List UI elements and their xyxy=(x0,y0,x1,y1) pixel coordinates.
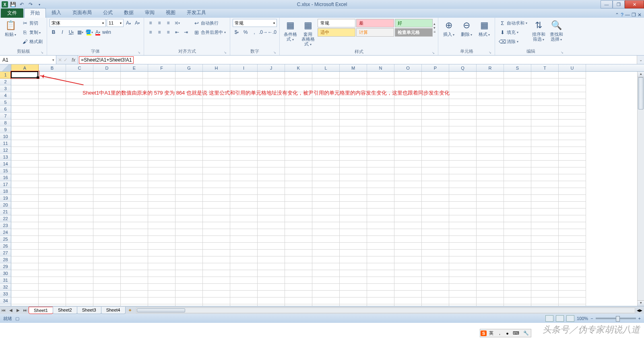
cell-S26[interactable] xyxy=(504,243,531,250)
row-header-34[interactable]: 34 xyxy=(0,297,11,304)
cell-B29[interactable] xyxy=(39,263,66,270)
cell-F28[interactable] xyxy=(148,256,175,263)
sheet-nav-next[interactable]: ▶ xyxy=(14,308,22,312)
cell-B24[interactable] xyxy=(39,229,66,236)
cell-A32[interactable] xyxy=(11,284,39,291)
cell-I11[interactable] xyxy=(230,140,258,147)
cell-K29[interactable] xyxy=(285,263,312,270)
increase-indent-button[interactable]: ⇥ xyxy=(182,28,190,36)
cell-D24[interactable] xyxy=(93,229,121,236)
row-header-1[interactable]: 1 xyxy=(0,72,11,78)
cell-I22[interactable] xyxy=(230,215,258,222)
cell-H16[interactable] xyxy=(203,174,230,181)
cell-I21[interactable] xyxy=(230,209,258,215)
decrease-indent-button[interactable]: ⇤ xyxy=(173,28,181,36)
align-middle-button[interactable]: ≡ xyxy=(155,19,163,27)
cell-H10[interactable] xyxy=(203,133,230,140)
cell-N15[interactable] xyxy=(367,167,394,174)
cell-B31[interactable] xyxy=(39,277,66,284)
decrease-font-button[interactable]: A▾ xyxy=(133,19,141,27)
cell-R17[interactable] xyxy=(477,181,504,188)
italic-button[interactable]: I xyxy=(58,28,66,36)
cell-U6[interactable] xyxy=(559,106,586,113)
cell-O29[interactable] xyxy=(394,263,422,270)
cell-Q22[interactable] xyxy=(449,215,477,222)
cell-E2[interactable] xyxy=(121,78,148,85)
cell-J26[interactable] xyxy=(258,243,285,250)
cell-A15[interactable] xyxy=(11,167,39,174)
cell-O7[interactable] xyxy=(394,113,422,120)
cell-B13[interactable] xyxy=(39,154,66,161)
cell-J15[interactable] xyxy=(258,167,285,174)
cell-R13[interactable] xyxy=(477,154,504,161)
cell-A29[interactable] xyxy=(11,263,39,270)
cell-D13[interactable] xyxy=(93,154,121,161)
cell-E28[interactable] xyxy=(121,256,148,263)
cell-U21[interactable] xyxy=(559,209,586,215)
cell-T22[interactable] xyxy=(531,215,559,222)
cell-B18[interactable] xyxy=(39,188,66,195)
cell-U29[interactable] xyxy=(559,263,586,270)
cell-N31[interactable] xyxy=(367,277,394,284)
cell-H28[interactable] xyxy=(203,256,230,263)
row-header-33[interactable]: 33 xyxy=(0,291,11,297)
cell-K18[interactable] xyxy=(285,188,312,195)
cell-G19[interactable] xyxy=(175,195,203,202)
cell-S7[interactable] xyxy=(504,113,531,120)
cell-K14[interactable] xyxy=(285,161,312,167)
row-header-8[interactable]: 8 xyxy=(0,120,11,126)
row-header-19[interactable]: 19 xyxy=(0,195,11,202)
cell-Q25[interactable] xyxy=(449,236,477,243)
cell-G29[interactable] xyxy=(175,263,203,270)
cell-L6[interactable] xyxy=(312,106,340,113)
cell-C8[interactable] xyxy=(66,120,93,126)
tab-开始[interactable]: 开始 xyxy=(24,8,46,18)
cell-L13[interactable] xyxy=(312,154,340,161)
cell-S30[interactable] xyxy=(504,270,531,277)
cell-E7[interactable] xyxy=(121,113,148,120)
cell-T10[interactable] xyxy=(531,133,559,140)
cell-F33[interactable] xyxy=(148,291,175,297)
cell-P15[interactable] xyxy=(422,167,449,174)
cell-H6[interactable] xyxy=(203,106,230,113)
cell-D12[interactable] xyxy=(93,147,121,154)
col-header-C[interactable]: C xyxy=(66,64,93,71)
row-header-11[interactable]: 11 xyxy=(0,140,11,147)
cell-S1[interactable] xyxy=(504,72,531,78)
cell-T11[interactable] xyxy=(531,140,559,147)
cell-B27[interactable] xyxy=(39,250,66,256)
cell-E8[interactable] xyxy=(121,120,148,126)
cell-Q10[interactable] xyxy=(449,133,477,140)
row-header-18[interactable]: 18 xyxy=(0,188,11,195)
cell-U9[interactable] xyxy=(559,126,586,133)
cell-N30[interactable] xyxy=(367,270,394,277)
cell-L12[interactable] xyxy=(312,147,340,154)
cell-L1[interactable] xyxy=(312,72,340,78)
cell-N14[interactable] xyxy=(367,161,394,167)
col-header-A[interactable]: A xyxy=(11,64,39,71)
cell-C15[interactable] xyxy=(66,167,93,174)
cell-H31[interactable] xyxy=(203,277,230,284)
cell-G23[interactable] xyxy=(175,222,203,229)
cell-C1[interactable] xyxy=(66,72,93,78)
cell-T33[interactable] xyxy=(531,291,559,297)
cell-P2[interactable] xyxy=(422,78,449,85)
cell-L8[interactable] xyxy=(312,120,340,126)
cell-J31[interactable] xyxy=(258,277,285,284)
cell-K2[interactable] xyxy=(285,78,312,85)
row-header-32[interactable]: 32 xyxy=(0,284,11,291)
cell-P18[interactable] xyxy=(422,188,449,195)
cell-A14[interactable] xyxy=(11,161,39,167)
cell-U27[interactable] xyxy=(559,250,586,256)
cell-E16[interactable] xyxy=(121,174,148,181)
cell-K33[interactable] xyxy=(285,291,312,297)
cell-P11[interactable] xyxy=(422,140,449,147)
cell-C20[interactable] xyxy=(66,202,93,209)
row-header-12[interactable]: 12 xyxy=(0,147,11,154)
cell-K23[interactable] xyxy=(285,222,312,229)
cell-G25[interactable] xyxy=(175,236,203,243)
cell-L23[interactable] xyxy=(312,222,340,229)
cell-H18[interactable] xyxy=(203,188,230,195)
cell-Q21[interactable] xyxy=(449,209,477,215)
cell-F29[interactable] xyxy=(148,263,175,270)
